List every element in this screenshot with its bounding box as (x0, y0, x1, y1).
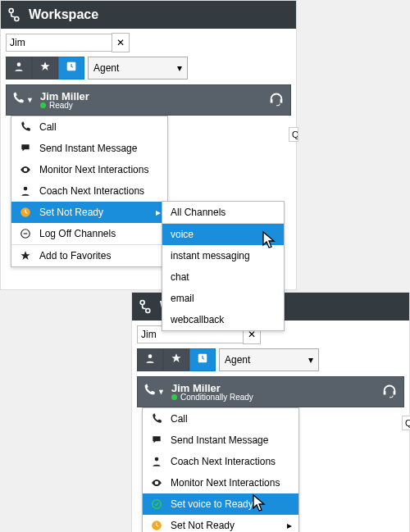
screenshot-1: Workspace ✕ Agent ▾ (0, 0, 297, 290)
agent-status-label: Ready (49, 102, 73, 110)
menu-set-voice-ready[interactable]: Set voice to Ready (143, 493, 298, 515)
svg-point-9 (148, 354, 153, 358)
agent-name: Jim Miller (171, 383, 253, 393)
menu-logoff[interactable]: Log Off Channels (11, 223, 167, 244)
person-icon (149, 456, 164, 467)
headset-icon (267, 89, 285, 111)
person-icon (13, 61, 25, 75)
chevron-right-icon: ▸ (287, 520, 292, 531)
menu-send-im-label: Send Instant Message (39, 143, 137, 154)
svg-point-0 (9, 9, 13, 13)
menu-coach[interactable]: Coach Next Interactions (11, 180, 167, 202)
menu-send-im-label: Send Instant Message (171, 434, 268, 446)
filter-people-button[interactable] (137, 348, 163, 371)
menu-call[interactable]: Call (11, 116, 167, 138)
agent-status: Conditionally Ready (171, 393, 253, 402)
eye-icon (149, 477, 164, 489)
clock-icon (149, 520, 164, 531)
svg-point-4 (24, 187, 28, 191)
eye-icon (18, 164, 33, 175)
menu-add-favorite[interactable]: Add to Favorites (11, 245, 167, 266)
svg-point-11 (155, 457, 159, 462)
filter-recent-button[interactable] (58, 57, 84, 80)
star-icon (39, 61, 51, 75)
submenu-voice[interactable]: voice (162, 224, 284, 245)
status-ready-icon (40, 102, 46, 108)
menu-call[interactable]: Call (143, 408, 298, 430)
side-panel-label: Q (292, 130, 298, 139)
filter-recent-button[interactable] (189, 348, 216, 371)
menu-logoff-label: Log Off Channels (39, 228, 116, 239)
menu-monitor-label: Monitor Next Interactions (171, 477, 280, 489)
role-select[interactable]: Agent ▾ (88, 57, 188, 80)
role-select-label: Agent (93, 62, 119, 74)
submenu-im-label: instant messaging (171, 250, 250, 261)
search-clear-button[interactable]: ✕ (112, 33, 130, 52)
submenu-chat[interactable]: chat (162, 266, 284, 288)
window-title: Workspace (29, 7, 98, 22)
phone-icon (18, 121, 33, 133)
chevron-down-icon: ▼ (26, 96, 34, 104)
menu-coach[interactable]: Coach Next Interactions (143, 451, 298, 472)
clock-icon (18, 207, 33, 218)
menu-monitor[interactable]: Monitor Next Interactions (143, 472, 298, 493)
workspace-logo-icon (137, 298, 153, 315)
menu-set-not-ready-label: Set Not Ready (171, 520, 235, 531)
menu-monitor[interactable]: Monitor Next Interactions (11, 159, 167, 180)
person-icon (144, 352, 156, 367)
side-panel-fragment: Qu (402, 416, 410, 430)
filter-favorites-button[interactable] (163, 348, 189, 371)
phone-icon (149, 413, 164, 425)
menu-call-label: Call (171, 413, 188, 425)
star-icon (171, 352, 182, 367)
menu-send-im[interactable]: Send Instant Message (143, 430, 298, 451)
agent-header[interactable]: ▼ Jim Miller Ready (6, 84, 291, 116)
chat-bubble-icon (149, 434, 164, 446)
person-icon (18, 185, 33, 197)
chevron-down-icon: ▼ (157, 388, 165, 396)
agent-name: Jim Miller (40, 91, 89, 102)
filter-toolbar: Agent ▾ (132, 345, 409, 376)
agent-status: Ready (40, 102, 89, 110)
filter-people-button[interactable] (6, 57, 32, 80)
agent-action-menu: Call Send Instant Message Coach Next Int… (142, 407, 299, 532)
headset-icon (380, 381, 399, 402)
agent-status-label: Conditionally Ready (180, 393, 253, 402)
menu-set-not-ready[interactable]: Set Not Ready ▸ (11, 202, 167, 223)
set-not-ready-submenu: All Channels voice instant messaging cha… (162, 201, 285, 331)
menu-call-label: Call (39, 121, 57, 133)
submenu-email-label: email (171, 293, 194, 304)
svg-point-2 (17, 62, 21, 66)
svg-point-7 (140, 301, 144, 305)
side-panel-fragment: Q (289, 127, 298, 142)
search-row: ✕ (1, 29, 296, 53)
menu-monitor-label: Monitor Next Interactions (39, 164, 148, 175)
submenu-email[interactable]: email (162, 288, 284, 309)
chevron-down-icon: ▾ (177, 62, 182, 74)
logoff-icon (18, 228, 33, 239)
svg-point-1 (15, 17, 19, 21)
filter-toolbar: Agent ▾ (1, 53, 296, 84)
chevron-down-icon: ▾ (308, 354, 313, 366)
submenu-all-channels-label: All Channels (171, 207, 226, 218)
clock-icon (197, 352, 208, 367)
check-circle-icon (149, 498, 164, 510)
phone-icon (11, 92, 25, 108)
clock-icon (66, 61, 77, 75)
agent-action-menu: Call Send Instant Message Monitor Next I… (11, 116, 168, 267)
role-select[interactable]: Agent ▾ (219, 348, 319, 371)
submenu-webcallback[interactable]: webcallback (162, 309, 284, 330)
menu-set-not-ready[interactable]: Set Not Ready ▸ (143, 515, 298, 532)
phone-icon (143, 384, 156, 400)
filter-favorites-button[interactable] (32, 57, 58, 80)
search-input[interactable] (6, 34, 112, 52)
menu-set-not-ready-label: Set Not Ready (39, 207, 103, 218)
svg-point-8 (146, 309, 150, 313)
menu-send-im[interactable]: Send Instant Message (11, 138, 167, 159)
agent-header[interactable]: ▼ Jim Miller Conditionally Ready (137, 376, 404, 407)
submenu-im[interactable]: instant messaging (162, 245, 284, 266)
menu-coach-label: Coach Next Interactions (39, 185, 144, 197)
status-ready-icon (171, 394, 177, 400)
submenu-all-channels[interactable]: All Channels (162, 202, 284, 223)
title-bar: Workspace (1, 1, 296, 29)
